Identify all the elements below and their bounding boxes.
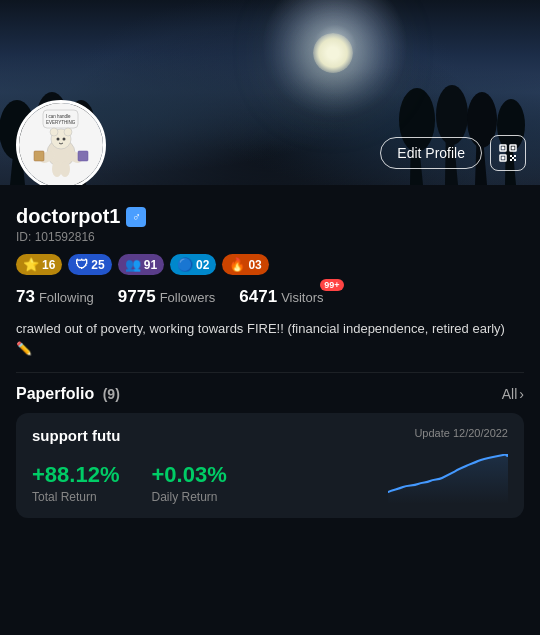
paperfolio-title-text: Paperfolio	[16, 385, 94, 402]
paperfolio-title: Paperfolio (9)	[16, 385, 120, 402]
badge-circle-count: 02	[196, 258, 209, 272]
paperfolio-title-row: Paperfolio (9)	[16, 385, 120, 403]
badge-shield: 🛡 25	[68, 254, 111, 275]
sparkline-chart	[388, 454, 508, 504]
portfolio-card[interactable]: support futu Update 12/20/2022 +88.12% T…	[16, 413, 524, 518]
visitors-count: 6471	[239, 287, 277, 307]
visitors-label: Visitors	[281, 290, 323, 305]
svg-point-23	[63, 138, 66, 141]
people-icon: 👥	[125, 257, 141, 272]
svg-point-29	[60, 161, 70, 177]
visitors-notification-badge: 99+	[320, 279, 343, 291]
daily-return-label: Daily Return	[151, 490, 226, 504]
circle-blue-icon: 🔵	[177, 257, 193, 272]
card-header: support futu Update 12/20/2022	[32, 427, 508, 444]
avatar[interactable]: I can handle EVERYTHING	[16, 100, 106, 185]
daily-return-value: +0.03%	[151, 462, 226, 488]
metrics-left: +88.12% Total Return +0.03% Daily Return	[32, 462, 227, 504]
gender-icon: ♂	[126, 207, 146, 227]
badge-fire-count: 03	[248, 258, 261, 272]
username-row: doctorpot1 ♂	[16, 205, 524, 228]
visitors-stat[interactable]: 6471 Visitors 99+	[239, 287, 323, 307]
paperfolio-count: (9)	[103, 386, 120, 402]
svg-text:EVERYTHING: EVERYTHING	[46, 120, 76, 125]
svg-rect-39	[514, 159, 516, 161]
bio-section: crawled out of poverty, working towards …	[0, 319, 540, 358]
avatar-image: I can handle EVERYTHING	[19, 103, 103, 185]
followers-count: 9775	[118, 287, 156, 307]
total-return-value: +88.12%	[32, 462, 119, 488]
all-label: All	[502, 386, 518, 402]
svg-text:I can handle: I can handle	[46, 114, 71, 119]
shield-icon: 🛡	[75, 257, 88, 272]
star-icon: ⭐	[23, 257, 39, 272]
username: doctorpot1	[16, 205, 120, 228]
hero-banner: I can handle EVERYTHING	[0, 0, 540, 185]
svg-point-22	[57, 138, 60, 141]
following-count: 73	[16, 287, 35, 307]
following-stat[interactable]: 73 Following	[16, 287, 94, 307]
daily-return-metric: +0.03% Daily Return	[151, 462, 226, 504]
stats-row: 73 Following 9775 Followers 6471 Visitor…	[16, 287, 524, 307]
divider	[16, 372, 524, 373]
total-return-metric: +88.12% Total Return	[32, 462, 119, 504]
svg-rect-35	[502, 157, 505, 160]
svg-rect-40	[512, 157, 514, 159]
following-label: Following	[39, 290, 94, 305]
followers-stat[interactable]: 9775 Followers	[118, 287, 215, 307]
svg-point-21	[64, 128, 72, 136]
svg-point-20	[50, 128, 58, 136]
badge-shield-count: 25	[91, 258, 104, 272]
svg-rect-31	[502, 147, 505, 150]
card-metrics: +88.12% Total Return +0.03% Daily Return	[32, 454, 508, 504]
svg-rect-26	[34, 151, 44, 161]
svg-rect-33	[512, 147, 515, 150]
bio-text: crawled out of poverty, working towards …	[16, 321, 505, 356]
svg-rect-38	[510, 159, 512, 161]
card-name: support futu	[32, 427, 120, 444]
fire-icon: 🔥	[229, 257, 245, 272]
badge-circle: 🔵 02	[170, 254, 216, 275]
svg-rect-36	[510, 155, 512, 157]
header-actions: Edit Profile	[380, 135, 526, 171]
svg-rect-14	[43, 110, 78, 128]
paperfolio-header: Paperfolio (9) All ›	[0, 385, 540, 403]
paperfolio-all-link[interactable]: All ›	[502, 386, 524, 402]
user-id: ID: 101592816	[16, 230, 524, 244]
followers-label: Followers	[160, 290, 216, 305]
badge-people-count: 91	[144, 258, 157, 272]
qr-code-button[interactable]	[490, 135, 526, 171]
svg-rect-27	[78, 151, 88, 161]
profile-info: doctorpot1 ♂ ID: 101592816 ⭐ 16 🛡 25 👥 9…	[0, 193, 540, 307]
chevron-right-icon: ›	[519, 386, 524, 402]
badge-people: 👥 91	[118, 254, 164, 275]
badges-row: ⭐ 16 🛡 25 👥 91 🔵 02 🔥 03	[16, 254, 524, 275]
badge-star: ⭐ 16	[16, 254, 62, 275]
card-update: Update 12/20/2022	[414, 427, 508, 439]
total-return-label: Total Return	[32, 490, 119, 504]
edit-profile-button[interactable]: Edit Profile	[380, 137, 482, 169]
qr-icon	[498, 143, 518, 163]
badge-fire: 🔥 03	[222, 254, 268, 275]
svg-rect-37	[514, 155, 516, 157]
badge-star-count: 16	[42, 258, 55, 272]
